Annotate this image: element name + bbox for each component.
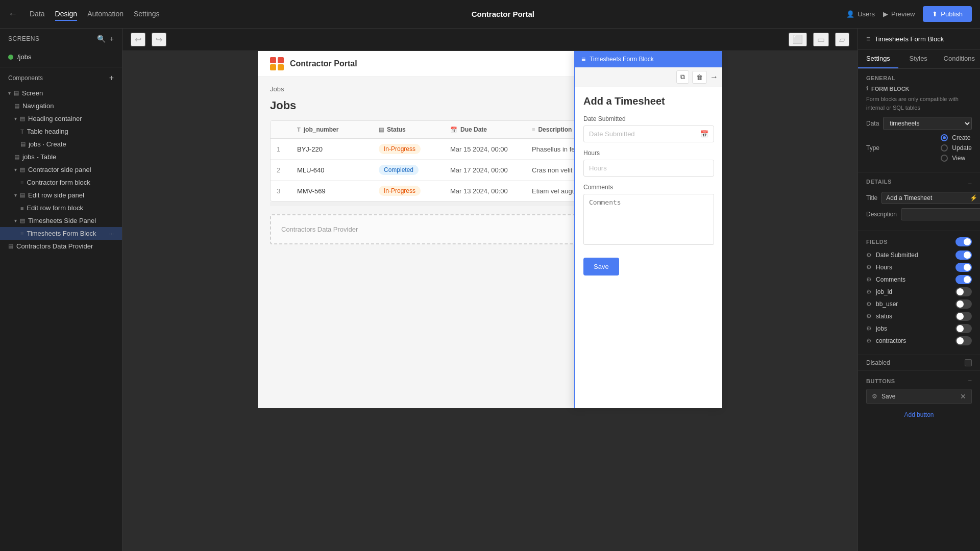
field-gear-icon[interactable]: ⚙	[866, 288, 872, 295]
tree-timesheets-side-panel[interactable]: ▾ ▤ Timesheets Side Panel	[0, 214, 122, 227]
tree-table-heading[interactable]: T Table heading	[0, 125, 122, 138]
undo-button[interactable]: ↩	[131, 33, 145, 46]
tree-edit-row-side-panel[interactable]: ▾ ▤ Edit row side panel	[0, 189, 122, 202]
nav-data[interactable]: Data	[30, 8, 45, 21]
users-button[interactable]: 👤 Users	[846, 10, 875, 18]
topbar-right: 👤 Users ▶ Preview ⬆ Publish	[846, 6, 972, 22]
search-icon[interactable]: 🔍	[97, 35, 106, 43]
screen-jobs[interactable]: /jobs	[0, 49, 122, 65]
preview-icon: ▶	[883, 10, 888, 18]
general-title: GENERAL	[866, 75, 972, 81]
tree-item-more-icon[interactable]: ···	[109, 231, 114, 237]
field-gear-icon[interactable]: ⚙	[866, 300, 872, 308]
fields-master-toggle[interactable]	[955, 237, 972, 246]
disabled-label: Disabled	[866, 359, 961, 366]
date-submitted-field: Date Submitted Date Submitted 📅	[583, 115, 714, 142]
button-remove-icon[interactable]: ✕	[960, 392, 966, 400]
desktop-view-button[interactable]: ⬜	[789, 33, 807, 46]
details-collapse-icon[interactable]: −	[968, 180, 972, 188]
hours-label: Hours	[583, 149, 714, 157]
copy-button[interactable]: ⧉	[676, 70, 689, 84]
field-gear-icon[interactable]: ⚙	[866, 337, 872, 344]
hours-input[interactable]: Hours	[583, 160, 714, 177]
tab-styles[interactable]: Styles	[898, 49, 939, 68]
tablet-view-button[interactable]: ▭	[813, 33, 829, 46]
canvas-area: Contractor Portal Jobs Jobs T jo	[122, 51, 857, 551]
button-gear-icon[interactable]: ⚙	[872, 393, 877, 400]
cell-num-1: 1	[271, 139, 291, 159]
redo-button[interactable]: ↪	[152, 33, 166, 46]
tree-jobs-table[interactable]: ▤ jobs - Table	[0, 151, 122, 163]
add-component-icon[interactable]: +	[109, 73, 114, 83]
date-submitted-input[interactable]: Date Submitted 📅	[583, 126, 714, 142]
delete-button[interactable]: 🗑	[692, 71, 707, 84]
disabled-checkbox[interactable]	[965, 359, 972, 366]
field-toggle-comments[interactable]	[955, 275, 972, 284]
tree-contractors-data-provider[interactable]: ▤ Contractors Data Provider	[0, 240, 122, 253]
field-toggle-contractors[interactable]	[955, 336, 972, 345]
field-toggle-bb-user[interactable]	[955, 299, 972, 309]
preview-button[interactable]: ▶ Preview	[883, 10, 915, 18]
cell-date-1: Mar 15 2024, 00:00	[444, 139, 526, 159]
contractors-data-provider-icon: ▤	[8, 243, 13, 249]
field-toggle-status[interactable]	[955, 312, 972, 321]
type-create[interactable]: Create	[941, 134, 972, 141]
field-gear-icon[interactable]: ⚙	[866, 264, 872, 271]
nav-automation[interactable]: Automation	[87, 8, 124, 21]
field-toggle-jobs[interactable]	[955, 324, 972, 333]
screens-actions: 🔍 +	[97, 35, 114, 43]
chevron-down-icon: ▾	[14, 116, 17, 121]
screen-icon: ▤	[14, 90, 19, 96]
topbar: ← Data Design Automation Settings Contra…	[0, 0, 980, 29]
tree-navigation[interactable]: ▤ Navigation	[0, 99, 122, 112]
field-hours: ⚙ Hours	[866, 263, 972, 272]
comments-textarea[interactable]	[583, 194, 714, 245]
publish-button[interactable]: ⬆ Publish	[923, 6, 972, 22]
canvas: ↩ ↪ ⬜ ▭ ▱	[122, 29, 857, 551]
navigation-icon: ▤	[14, 103, 19, 109]
col-date-icon: 📅	[450, 127, 457, 133]
tree-edit-row-form-block[interactable]: ≡ Edit row form block	[0, 202, 122, 214]
nav-settings[interactable]: Settings	[134, 8, 160, 21]
cell-status-3: In-Progress	[373, 181, 444, 201]
data-label: Data	[866, 120, 879, 127]
collapse-right-button[interactable]: →	[710, 72, 718, 82]
field-toggle-job-id[interactable]	[955, 287, 972, 296]
status-badge-inprogress: In-Progress	[379, 144, 421, 154]
form-save-button[interactable]: Save	[583, 258, 619, 276]
tree-contractor-side-panel[interactable]: ▾ ▤ Contractor side panel	[0, 163, 122, 176]
field-contractors: ⚙ contractors	[866, 336, 972, 345]
nav-design[interactable]: Design	[55, 8, 78, 21]
tab-conditions[interactable]: Conditions	[939, 49, 980, 68]
tab-settings[interactable]: Settings	[858, 49, 898, 68]
tree-jobs-create[interactable]: ▤ jobs · Create	[0, 138, 122, 151]
tree-timesheets-form-block[interactable]: ≡ Timesheets Form Block ···	[0, 227, 122, 240]
field-gear-icon[interactable]: ⚙	[866, 252, 872, 259]
buttons-collapse-icon[interactable]: −	[968, 377, 972, 385]
tree-contractor-form-block[interactable]: ≡ Contractor form block	[0, 176, 122, 189]
title-input[interactable]	[882, 192, 967, 204]
back-button[interactable]: ←	[8, 9, 17, 19]
field-toggle-hours[interactable]	[955, 263, 972, 272]
tree-screen[interactable]: ▾ ▤ Screen	[0, 87, 122, 99]
field-toggle-date[interactable]	[955, 251, 972, 260]
type-view[interactable]: View	[941, 155, 972, 162]
type-update[interactable]: Update	[941, 144, 972, 152]
timesheets-form-block-header: ≡ Timesheets Form Block	[575, 51, 722, 67]
logo-sq2	[278, 57, 284, 63]
title-input-wrapper: ⚡	[881, 192, 980, 204]
mobile-view-button[interactable]: ▱	[835, 33, 849, 46]
tree-heading-container[interactable]: ▾ ▤ Heading container	[0, 112, 122, 125]
add-screen-icon[interactable]: +	[110, 35, 114, 43]
description-label: Description	[866, 211, 897, 218]
type-row: Type Create Update View	[866, 134, 972, 162]
description-input[interactable]	[901, 209, 980, 220]
form-block-label: FORM BLOCK	[871, 86, 910, 92]
field-job-id: ⚙ job_id	[866, 287, 972, 296]
cell-job-2: MLU-640	[291, 160, 373, 180]
add-button-link[interactable]: Add button	[866, 407, 972, 422]
field-gear-icon[interactable]: ⚙	[866, 325, 872, 332]
field-gear-icon[interactable]: ⚙	[866, 276, 872, 283]
field-gear-icon[interactable]: ⚙	[866, 313, 872, 320]
data-select[interactable]: timesheets	[883, 117, 972, 130]
